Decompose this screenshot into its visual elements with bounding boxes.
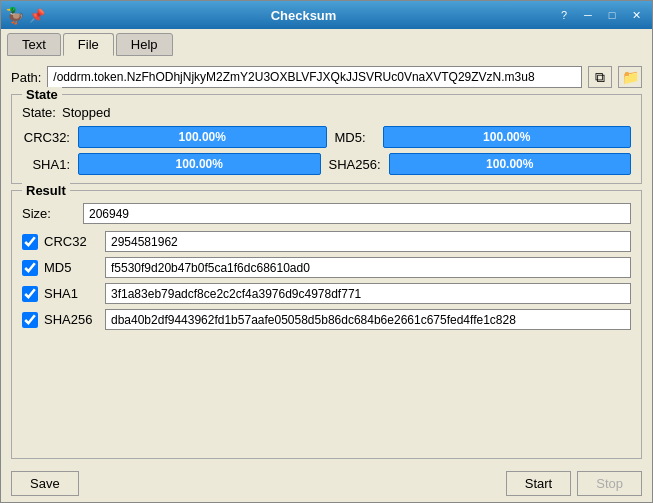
md5-checkbox[interactable] <box>22 260 38 276</box>
md5-progress-value: 100.00% <box>483 130 530 144</box>
titlebar: 🦆 📌 Checksum ? ─ □ ✕ <box>1 1 652 29</box>
path-input[interactable] <box>47 66 582 88</box>
footer: Save Start Stop <box>1 465 652 502</box>
browse-button[interactable]: 📁 <box>618 66 642 88</box>
path-row: Path: ⧉ 📁 <box>11 66 642 88</box>
md5-result-input[interactable] <box>105 257 631 278</box>
state-value: Stopped <box>62 105 110 120</box>
folder-icon: 📁 <box>622 69 639 85</box>
app-icon: 🦆 <box>7 7 23 23</box>
crc32-result-input[interactable] <box>105 231 631 252</box>
copy-icon: ⧉ <box>595 69 605 86</box>
sha1-checkbox[interactable] <box>22 286 38 302</box>
sha256-field-label: SHA256 <box>44 312 99 327</box>
crc32-progress-value: 100.00% <box>179 130 226 144</box>
main-content: Path: ⧉ 📁 State State: Stopped CRC32: 10… <box>1 60 652 465</box>
md5-progress-label: MD5: <box>335 130 375 145</box>
sha256-result-row: SHA256 <box>22 309 631 330</box>
sha256-result-input[interactable] <box>105 309 631 330</box>
state-label: State: <box>22 105 56 120</box>
crc32-progress-label: CRC32: <box>22 130 70 145</box>
sha1-progress-value: 100.00% <box>176 157 223 171</box>
sha1-progress-bar: 100.00% <box>78 153 321 175</box>
crc32-field-label: CRC32 <box>44 234 99 249</box>
titlebar-controls: ? ─ □ ✕ <box>554 6 646 24</box>
help-button[interactable]: ? <box>554 6 574 24</box>
md5-result-row: MD5 <box>22 257 631 278</box>
pin-icon: 📌 <box>29 8 45 23</box>
crc32-result-row: CRC32 <box>22 231 631 252</box>
sha256-progress-bar: 100.00% <box>389 153 632 175</box>
minimize-button[interactable]: ─ <box>578 6 598 24</box>
close-button[interactable]: ✕ <box>626 6 646 24</box>
crc32-checkbox[interactable] <box>22 234 38 250</box>
stop-button[interactable]: Stop <box>577 471 642 496</box>
save-button[interactable]: Save <box>11 471 79 496</box>
result-group: Result Size: CRC32 MD5 <box>11 190 642 459</box>
sha1-result-row: SHA1 <box>22 283 631 304</box>
path-label: Path: <box>11 70 41 85</box>
tab-file[interactable]: File <box>63 33 114 56</box>
state-status-row: State: Stopped <box>22 105 631 120</box>
tab-text[interactable]: Text <box>7 33 61 56</box>
sha256-progress-value: 100.00% <box>486 157 533 171</box>
md5-field-label: MD5 <box>44 260 99 275</box>
md5-progress-bar: 100.00% <box>383 126 632 148</box>
start-button[interactable]: Start <box>506 471 571 496</box>
size-input[interactable] <box>83 203 631 224</box>
sha1-field-label: SHA1 <box>44 286 99 301</box>
progress-rows: CRC32: 100.00% MD5: 100.00% SHA1: 100.00… <box>22 126 631 175</box>
sha1-progress-label: SHA1: <box>22 157 70 172</box>
sha1-result-input[interactable] <box>105 283 631 304</box>
tab-help[interactable]: Help <box>116 33 173 56</box>
state-group-title: State <box>22 87 62 102</box>
sha256-checkbox[interactable] <box>22 312 38 328</box>
crc32-progress-bar: 100.00% <box>78 126 327 148</box>
main-window: 🦆 📌 Checksum ? ─ □ ✕ Text File Help Path… <box>0 0 653 503</box>
sha1-progress-row: SHA1: 100.00% SHA256: 100.00% <box>22 153 631 175</box>
result-group-title: Result <box>22 183 70 198</box>
size-row: Size: <box>22 203 631 224</box>
sha256-progress-label: SHA256: <box>329 157 381 172</box>
tab-bar: Text File Help <box>1 29 652 60</box>
state-group: State State: Stopped CRC32: 100.00% MD5:… <box>11 94 642 184</box>
result-fields: Size: CRC32 MD5 SHA1 <box>22 203 631 330</box>
maximize-button[interactable]: □ <box>602 6 622 24</box>
window-title: Checksum <box>53 8 554 23</box>
size-label: Size: <box>22 206 77 221</box>
copy-path-button[interactable]: ⧉ <box>588 66 612 88</box>
duck-icon: 🦆 <box>5 6 25 25</box>
crc32-progress-row: CRC32: 100.00% MD5: 100.00% <box>22 126 631 148</box>
